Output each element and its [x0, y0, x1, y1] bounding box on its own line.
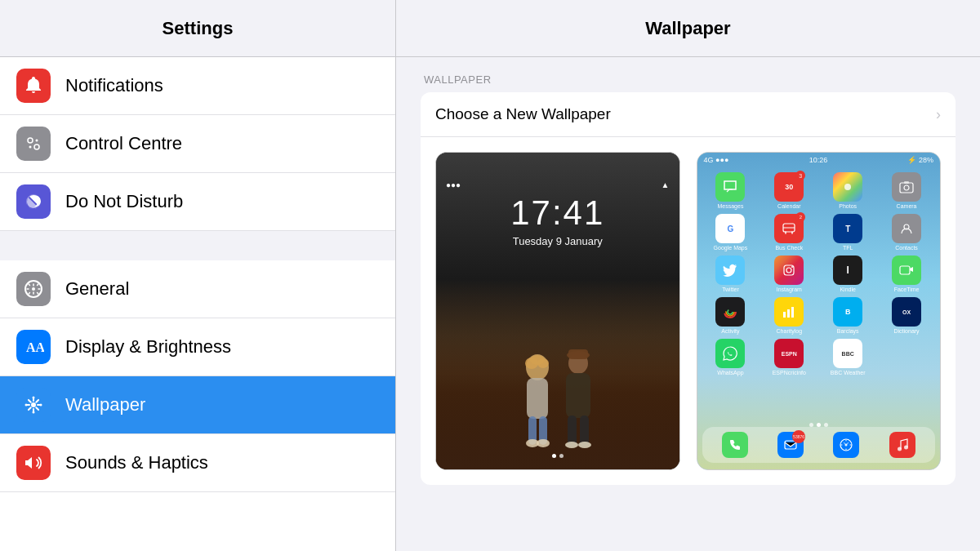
tfl-label: TFL: [843, 245, 853, 251]
app-cell-espn: ESPN ESPNcricinfo: [762, 339, 816, 375]
lock-time: 17:41: [436, 196, 679, 230]
sounds-icon-bg: [16, 446, 51, 480]
sidebar-item-control-centre[interactable]: Control Centre: [0, 115, 395, 173]
svg-rect-43: [791, 307, 794, 318]
espn-label: ESPNcricinfo: [773, 370, 806, 375]
app-cell-dictionary: OX Dictionary: [880, 297, 933, 334]
mail-badge: 53876: [792, 430, 805, 443]
app-cell-contacts: Contacts: [880, 214, 933, 251]
svg-text:AA: AA: [26, 340, 44, 354]
whatsapp-label: WhatsApp: [717, 370, 743, 375]
home-status-bar: 4G ●●● 10:26 ⚡ 28%: [697, 153, 941, 167]
tfl-app-icon: T: [833, 214, 862, 243]
bus-label: Bus Check: [775, 245, 803, 251]
svg-rect-22: [568, 349, 588, 359]
safari-dock-icon: [833, 432, 859, 458]
svg-point-6: [31, 402, 36, 407]
barclays-label: Barclays: [837, 328, 859, 334]
app-container: Settings Notifications: [0, 0, 980, 551]
svg-rect-31: [904, 181, 909, 184]
svg-point-35: [786, 268, 791, 273]
activity-app-icon: [715, 297, 745, 327]
contacts-app-icon: [892, 214, 921, 243]
twitter-label: Twitter: [722, 287, 739, 292]
sidebar-item-general[interactable]: General: [0, 260, 395, 318]
svg-rect-29: [900, 183, 913, 193]
charitylog-app-icon: [774, 297, 804, 327]
calendar-label: Calendar: [777, 203, 800, 209]
display-icon-bg: AA: [16, 330, 51, 364]
twitter-app-icon: [715, 256, 745, 285]
lock-signal: ●●●: [446, 180, 461, 189]
home-app-grid: Messages 30 3 Calendar: [697, 167, 941, 380]
lock-status-bar: ●●● ▲: [436, 177, 679, 193]
photos-label: Photos: [839, 203, 857, 209]
instagram-app-icon: [774, 256, 804, 285]
app-cell-messages: Messages: [704, 172, 758, 209]
svg-point-36: [791, 266, 793, 268]
svg-point-14: [530, 355, 545, 365]
lock-screen-dots: [436, 454, 679, 458]
wallpaper-section-label: WALLPAPER: [421, 73, 956, 86]
control-centre-label: Control Centre: [65, 133, 182, 154]
main-header: Wallpaper: [396, 0, 980, 57]
sidebar-item-sounds-haptics[interactable]: Sounds & Haptics: [0, 434, 395, 492]
svg-point-7: [33, 397, 35, 399]
choose-wallpaper-row[interactable]: Choose a New Wallpaper ›: [421, 92, 956, 137]
chevron-right-icon: ›: [936, 106, 941, 123]
home-time: 10:26: [809, 156, 828, 164]
svg-rect-42: [787, 309, 790, 318]
app-cell-tfl: T TFL: [821, 214, 875, 251]
general-icon-bg: [16, 272, 51, 306]
sidebar-title: Settings: [163, 18, 234, 39]
general-icon: [23, 278, 44, 300]
sidebar-item-notifications[interactable]: Notifications: [0, 57, 395, 115]
svg-rect-15: [527, 378, 548, 419]
lock-screen-preview[interactable]: ●●● ▲ 17:41 Tuesday 9 January: [435, 152, 680, 470]
sidebar-item-display-brightness[interactable]: AA Display & Brightness: [0, 318, 395, 376]
dot-1: [552, 454, 556, 458]
bus-badge: 2: [795, 212, 805, 222]
app-cell-barclays: B Barclays: [821, 297, 875, 334]
sidebar-item-do-not-disturb[interactable]: Do Not Disturb: [0, 173, 395, 231]
instagram-label: Instagram: [777, 287, 802, 292]
messages-app-icon: [715, 172, 745, 202]
svg-point-1: [34, 144, 39, 149]
dictionary-label: Dictionary: [894, 328, 920, 334]
home-signal: 4G ●●●: [704, 156, 729, 164]
dot-2: [559, 454, 564, 458]
svg-point-0: [28, 138, 33, 143]
svg-rect-41: [783, 312, 786, 318]
svg-point-27: [578, 442, 591, 448]
lock-date: Tuesday 9 January: [436, 235, 679, 247]
home-screen-preview[interactable]: 4G ●●● 10:26 ⚡ 28% Messages: [697, 152, 942, 470]
svg-point-19: [537, 439, 550, 447]
app-cell-photos: Photos: [821, 172, 875, 209]
sidebar: Settings Notifications: [0, 0, 396, 551]
svg-point-3: [36, 140, 38, 142]
bus-app-icon: 2: [774, 214, 804, 243]
calendar-app-icon: 30 3: [774, 172, 804, 202]
music-dock-icon: [889, 432, 915, 458]
svg-point-8: [33, 411, 35, 414]
svg-point-2: [29, 146, 32, 149]
dock-safari: [833, 432, 859, 458]
sidebar-item-wallpaper[interactable]: Wallpaper: [0, 376, 395, 434]
svg-point-4: [32, 287, 35, 291]
lock-screen-image: [436, 279, 679, 469]
activity-label: Activity: [721, 328, 739, 334]
wallpaper-previews: ●●● ▲ 17:41 Tuesday 9 January: [421, 137, 956, 485]
kindle-label: Kindle: [840, 287, 855, 292]
main-body: WALLPAPER Choose a New Wallpaper › ●●● ▲: [396, 57, 980, 551]
do-not-disturb-icon-bg: [16, 184, 51, 219]
display-label: Display & Brightness: [65, 336, 231, 358]
children-silhouette: [484, 298, 631, 461]
calendar-badge: 3: [795, 171, 805, 180]
bbc-weather-app-icon: BBC: [833, 339, 862, 368]
main-title: Wallpaper: [645, 18, 730, 39]
whatsapp-app-icon: [715, 339, 745, 368]
app-cell-whatsapp: WhatsApp: [704, 339, 758, 375]
phone-dock-icon: [722, 432, 748, 458]
notifications-icon: [23, 75, 44, 96]
notifications-label: Notifications: [65, 75, 163, 96]
